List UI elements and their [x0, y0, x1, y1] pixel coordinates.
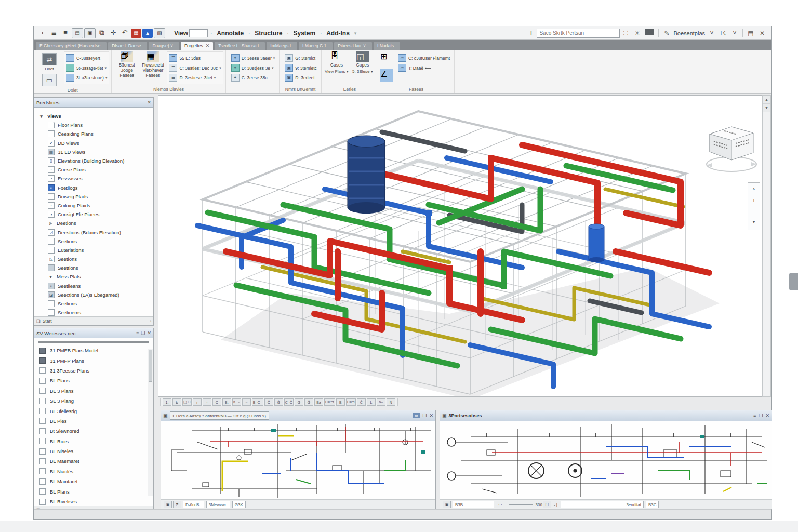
viewport-scrollbar[interactable]: ▲ ▼ — [762, 95, 771, 397]
view-control-icon[interactable]: N — [387, 398, 395, 406]
ribbon-row-button[interactable]: ✦ D: 3eese 3aeer ▾ — [231, 53, 275, 63]
nav-tool-icon[interactable]: − — [752, 206, 755, 216]
view-control-icon[interactable]: · — [203, 398, 211, 406]
list-icon[interactable]: ≡ — [136, 330, 139, 336]
toolbar-icon[interactable]: ▤ — [72, 28, 83, 38]
tab-annotate[interactable]: Annotate — [212, 29, 248, 38]
toolbar-icon[interactable]: ▲ — [142, 29, 153, 38]
workset-row[interactable]: BL Plans — [34, 376, 153, 385]
ribbon-row-button[interactable]: ☰ 55 E: 3des — [169, 53, 221, 63]
nav-tool-icon[interactable]: ▾ — [752, 216, 755, 227]
checkbox[interactable] — [39, 478, 46, 485]
list-icon[interactable]: ≡ — [753, 413, 756, 418]
copes-button[interactable]: ◲ Copes 5: 3Slese ▾ — [351, 51, 375, 74]
close-icon[interactable]: ✕ — [147, 100, 151, 105]
dropdown-caret-icon[interactable]: ▾ — [105, 76, 108, 80]
ribbon-caret-icon[interactable]: ▾ — [354, 31, 357, 36]
close-icon[interactable]: ✕ — [757, 29, 767, 38]
style-value[interactable]: G3K — [232, 501, 246, 508]
tree-item[interactable]: Ceesiding Plans — [34, 129, 153, 138]
expand-icon[interactable]: › — [150, 318, 151, 324]
ribbon-row-button[interactable]: ✦ D: 38et)ess 3e ▾ — [231, 63, 275, 73]
view-control-icon[interactable]: C=⊐ — [346, 398, 356, 406]
tree-item[interactable]: ▾ Mess Plats — [34, 272, 153, 281]
ribbon-row-button[interactable]: 3t-a3ta-stooe) ▾ — [66, 73, 107, 83]
workset-row[interactable]: BL Niseles — [34, 446, 153, 456]
zoom-slider[interactable] — [509, 504, 533, 505]
workset-row[interactable]: BL Riors — [34, 436, 153, 446]
view-control-icon[interactable]: B — [336, 398, 345, 406]
workset-row[interactable]: SL 3 Plang — [34, 396, 153, 406]
project-browser-header[interactable]: Predslines ✕ — [34, 98, 153, 108]
visibility-button[interactable]: ▦ Flowsieietd Vietxhever Fasees — [141, 51, 165, 78]
view-control-icon[interactable]: C=Ĉ — [284, 398, 294, 406]
scale-value[interactable]: B3B — [453, 501, 494, 508]
scale-icon[interactable]: ▣ — [443, 501, 451, 508]
document-tab[interactable]: Dfsae t: Daese — [108, 42, 147, 50]
scroll-down-icon[interactable]: ▼ — [763, 104, 770, 112]
view-control-icon[interactable]: Ĝ — [304, 398, 313, 406]
view-control-icon[interactable]: ᴺᵚ — [377, 398, 385, 406]
memory-image-button[interactable]: 🗇 53onest Jooge Fasees — [115, 51, 139, 78]
ribbon-row-button[interactable]: 5t-3ssage-tiet ▾ — [66, 63, 107, 73]
view-control-icon[interactable]: ʪ — [172, 398, 181, 406]
view-control-icon[interactable]: K. ⌁ — [232, 398, 241, 406]
dropdown-caret-icon[interactable]: ▾ — [219, 66, 221, 70]
cases-button[interactable]: 🗄 Cases View Plans ▾ — [325, 51, 349, 74]
screen-edge-tab[interactable] — [789, 273, 798, 290]
drawing-right-canvas[interactable] — [440, 421, 772, 499]
toolbar-icon[interactable]: ↶ — [119, 28, 130, 37]
tab-system[interactable]: System — [289, 29, 320, 38]
worksets-header[interactable]: SV Weresses nec ≡ ❐ ✕ — [34, 328, 153, 338]
crop-icon[interactable]: ▢ — [543, 501, 551, 508]
workset-row[interactable]: BL Pies — [34, 416, 153, 426]
toolbar-icon[interactable]: ≣ — [49, 28, 59, 37]
view-control-icon[interactable]: Ĉ — [264, 398, 273, 406]
tree-item[interactable]: · Coese Plans — [34, 165, 153, 174]
tree-item[interactable]: ▾ Views — [34, 112, 153, 121]
toolbar-icon[interactable]: ▣ — [84, 28, 96, 38]
drawing-left-header[interactable]: ▣ L Hers a Aasey 'Sabfdebt/NB — 13t e g … — [161, 410, 435, 421]
checkbox[interactable] — [39, 499, 46, 505]
workset-row[interactable]: 31 PMEB Plars Model — [34, 345, 153, 355]
workset-row[interactable]: BL Rivelises — [34, 497, 153, 506]
workset-row[interactable]: BL Niaclès — [34, 467, 153, 476]
workset-row[interactable]: BL Maintaret — [34, 476, 153, 486]
nav-tool-icon[interactable]: + — [752, 195, 755, 206]
tree-item[interactable]: Floor Plans — [34, 121, 153, 129]
toolbar-icon[interactable]: ⧉ — [97, 28, 107, 37]
toolbar-icon[interactable]: ▦ — [131, 29, 141, 38]
3d-viewport[interactable] — [158, 95, 762, 397]
checkbox[interactable] — [39, 348, 46, 354]
view-control-icon[interactable]: Ġ — [274, 398, 283, 406]
view-control-icon[interactable]: ▢ ⃞ — [182, 398, 192, 406]
viewcube[interactable] — [701, 123, 764, 180]
tree-item[interactable]: Seetions — [34, 237, 153, 246]
ribbon-row-button[interactable]: ☰ C: 3esties: Dec 38c ▾ — [169, 63, 221, 73]
panel-scrollbar[interactable] — [148, 349, 153, 496]
restore-icon[interactable]: ❐ — [422, 413, 427, 418]
close-icon[interactable]: ✕ — [147, 330, 151, 336]
tab-structure[interactable]: Structure — [250, 29, 286, 38]
view-control-icon[interactable]: B. — [222, 398, 231, 406]
view-title-tab[interactable]: L Hers a Aasey 'Sabfdebt/NB — 13t e g (3… — [170, 411, 269, 420]
checkbox[interactable] — [39, 388, 46, 394]
profile-caret-icon[interactable]: ˅ — [707, 29, 717, 38]
checkbox[interactable] — [39, 418, 46, 424]
ribbon-row-button[interactable]: ▱ C: c38tUser Flamemt — [398, 53, 450, 63]
drawing-left-canvas[interactable] — [161, 421, 435, 499]
tree-item[interactable]: ▦ 31 LD Views — [34, 148, 153, 156]
slope-icon[interactable]: ∠ — [380, 69, 393, 82]
checkbox[interactable] — [39, 458, 46, 464]
select-button[interactable]: ▭ — [36, 72, 63, 87]
view-control-icon[interactable]: C — [212, 398, 221, 406]
tree-item[interactable]: ◪ Seections (1A)s Ebegamed) — [34, 290, 153, 299]
ribbon-row-button[interactable]: ▣ G: 3temict — [285, 53, 317, 63]
checkbox[interactable] — [39, 438, 46, 444]
workset-row[interactable]: 31 PMFP Plans — [34, 355, 153, 365]
tree-item[interactable]: ▪ Foetiiogs — [34, 183, 153, 192]
search-input[interactable] — [537, 29, 620, 38]
tree-item[interactable]: ▪ Seetiieans — [34, 282, 153, 290]
document-tab[interactable]: Tsen/fee t - Shansa t — [215, 42, 265, 50]
workset-row[interactable]: BL 3 Plans — [34, 386, 153, 396]
